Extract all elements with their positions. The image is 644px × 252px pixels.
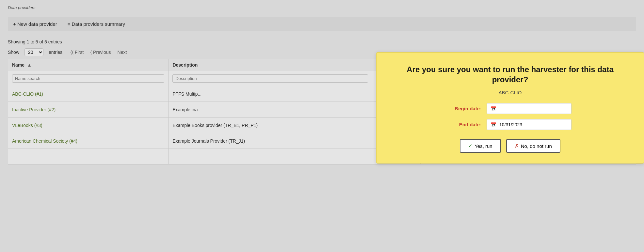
modal-title: Are you sure you want to run the harvest… xyxy=(392,64,628,85)
calendar-icon-end[interactable]: 📅 xyxy=(490,121,497,128)
end-date-row: End date: 📅 xyxy=(392,119,628,130)
first-page-button[interactable]: ⟨⟨ First xyxy=(68,48,86,56)
provider-link-1[interactable]: ABC-CLIO (#1) xyxy=(12,91,43,97)
begin-date-input-wrapper: 📅 xyxy=(487,103,572,114)
no-do-not-run-button[interactable]: ✗ No, do not run xyxy=(506,139,560,153)
row-name-cell: Inactive Provider (#2) xyxy=(8,102,169,118)
page-wrapper: Data providers + New data provider ≡ Dat… xyxy=(0,0,644,252)
begin-date-label: Begin date: xyxy=(449,106,481,111)
row-description-cell: Example ina... xyxy=(169,102,372,118)
toolbar: + New data provider ≡ Data providers sum… xyxy=(8,17,636,31)
description-search-cell xyxy=(169,71,372,86)
new-provider-button[interactable]: + New data provider xyxy=(13,21,57,27)
summary-button[interactable]: ≡ Data providers summary xyxy=(68,21,125,27)
begin-date-input[interactable] xyxy=(499,106,568,111)
begin-date-row: Begin date: 📅 xyxy=(392,103,628,114)
col-name-header[interactable]: Name ▲ xyxy=(8,59,169,71)
row-description-cell xyxy=(169,149,372,165)
row-name-cell: American Chemical Society (#4) xyxy=(8,133,169,149)
row-name-cell: ABC-CLIO (#1) xyxy=(8,86,169,102)
provider-link-4[interactable]: American Chemical Society (#4) xyxy=(12,138,77,144)
breadcrumb: Data providers xyxy=(8,5,636,10)
name-search-cell xyxy=(8,71,169,86)
description-search-input[interactable] xyxy=(172,74,368,83)
entries-label: entries xyxy=(49,50,62,55)
previous-page-button[interactable]: ⟨ Previous xyxy=(88,48,113,56)
end-date-label: End date: xyxy=(449,122,481,127)
row-description-cell: Example Books provider (TR_B1, PR_P1) xyxy=(169,118,372,133)
entries-info: Showing 1 to 5 of 5 entries xyxy=(8,39,636,44)
end-date-input-wrapper: 📅 xyxy=(487,119,572,130)
sort-arrow-name: ▲ xyxy=(27,62,32,68)
modal-actions: ✓ Yes, run ✗ No, do not run xyxy=(392,139,628,153)
check-icon: ✓ xyxy=(468,143,473,149)
provider-link-2[interactable]: Inactive Provider (#2) xyxy=(12,107,56,112)
modal-form: Begin date: 📅 End date: 📅 xyxy=(392,103,628,130)
show-entries-select[interactable]: 20 10 50 100 xyxy=(24,48,43,56)
provider-link-3[interactable]: VLeBooks (#3) xyxy=(12,123,42,128)
row-description-cell: PTFS Multip... xyxy=(169,86,372,102)
row-name-cell: VLeBooks (#3) xyxy=(8,118,169,133)
show-label: Show xyxy=(8,50,19,55)
name-search-input[interactable] xyxy=(12,74,164,83)
row-description-cell: Example Journals Provider (TR_J1) xyxy=(169,133,372,149)
calendar-icon-begin[interactable]: 📅 xyxy=(490,105,497,112)
next-page-button[interactable]: Next xyxy=(115,48,130,56)
end-date-input[interactable] xyxy=(499,122,568,127)
modal-dialog: Are you sure you want to run the harvest… xyxy=(376,52,644,164)
row-name-cell xyxy=(8,149,169,165)
yes-run-button[interactable]: ✓ Yes, run xyxy=(460,139,501,153)
modal-provider-name: ABC-CLIO xyxy=(392,90,628,95)
pagination: ⟨⟨ First ⟨ Previous Next xyxy=(68,48,129,56)
col-description-header: Description xyxy=(169,59,372,71)
x-icon: ✗ xyxy=(515,143,519,149)
